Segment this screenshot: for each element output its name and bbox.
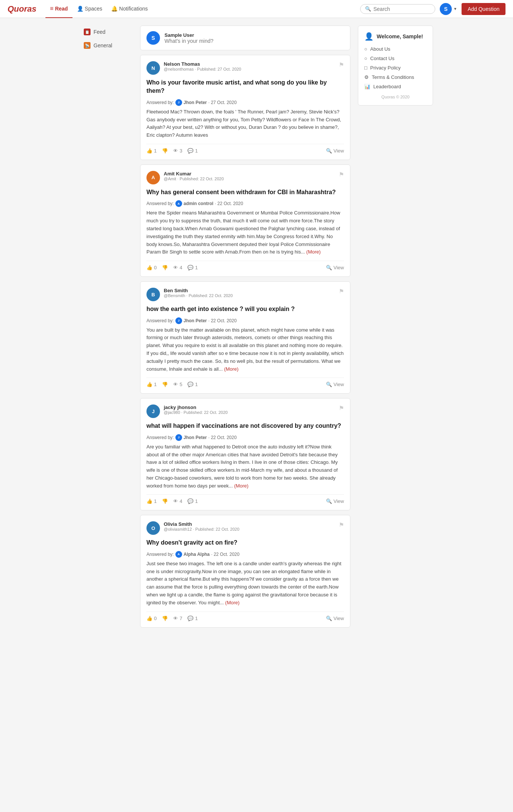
- ask-box: S Sample User: [140, 26, 350, 50]
- post-body: You are built by the matter available on…: [146, 326, 344, 373]
- post-author: Ben Smith: [164, 288, 335, 293]
- post-header: A Amit Kumar @Amit · Published: 22 Oct. …: [146, 171, 344, 184]
- like-button[interactable]: 👍 1: [146, 498, 157, 504]
- view-icon: 🔍: [326, 498, 332, 504]
- view-icon: 🔍: [326, 616, 332, 621]
- dislike-button[interactable]: 👎: [162, 382, 168, 387]
- search-icon: 🔍: [365, 6, 371, 12]
- more-link[interactable]: (More): [225, 600, 240, 605]
- post-flag-icon[interactable]: ⚑: [339, 171, 344, 178]
- post-actions: 👍 1 👎 👁 4 💬 1 🔍 View: [146, 494, 344, 504]
- views-section: 👁 5: [173, 382, 182, 387]
- nav-read[interactable]: ≡ Read: [45, 0, 72, 18]
- about-us-icon: ○: [364, 46, 367, 52]
- view-button[interactable]: 🔍 View: [326, 616, 344, 621]
- views-section: 👁 7: [173, 616, 182, 621]
- like-button[interactable]: 👍 0: [146, 616, 157, 621]
- post-avatar: B: [146, 288, 160, 301]
- answered-date: · 22 Oct. 2020: [208, 318, 237, 323]
- post-flag-icon[interactable]: ⚑: [339, 521, 344, 528]
- post-title[interactable]: Who is your favorite music artist, and w…: [146, 78, 344, 95]
- post-sub: @jac980 · Published: 22 Oct. 2020: [164, 410, 335, 415]
- ask-input[interactable]: [164, 38, 300, 44]
- add-question-button[interactable]: Add Question: [462, 3, 505, 15]
- read-icon: ≡: [50, 5, 53, 12]
- like-count: 0: [154, 265, 157, 270]
- leaderboard-link[interactable]: 📊 Leaderboard: [364, 84, 427, 89]
- answered-name: Jhon Peter: [184, 318, 207, 323]
- logo[interactable]: Quoras: [8, 4, 36, 14]
- dislike-button[interactable]: 👎: [162, 616, 168, 621]
- post-avatar: N: [146, 61, 160, 75]
- post-flag-icon[interactable]: ⚑: [339, 288, 344, 295]
- comments-section: 💬 1: [187, 148, 198, 154]
- dislike-button[interactable]: 👎: [162, 265, 168, 270]
- answered-by: Answered by: J Jhon Peter · 22 Oct. 2020: [146, 317, 344, 324]
- sidebar-item-feed[interactable]: 📋 Feed: [80, 26, 133, 38]
- more-link[interactable]: (More): [224, 366, 238, 372]
- comments-count: 1: [195, 382, 198, 387]
- contact-us-link[interactable]: ○ Contact Us: [364, 56, 427, 61]
- answered-by: Answered by: A admin control · 22 Oct. 2…: [146, 200, 344, 207]
- like-button[interactable]: 👍 1: [146, 148, 157, 154]
- answered-date: · 22 Oct. 2020: [208, 435, 237, 440]
- like-count: 1: [154, 498, 157, 504]
- view-icon: 🔍: [326, 382, 332, 387]
- eye-icon: 👁: [173, 616, 178, 621]
- main-layout: 📋 Feed 📡 General S Sample User N Nelson …: [76, 26, 437, 632]
- answered-avatar: A: [175, 200, 182, 207]
- view-button[interactable]: 🔍 View: [326, 148, 344, 154]
- dislike-button[interactable]: 👎: [162, 498, 168, 504]
- spaces-icon: 👤: [77, 6, 83, 12]
- view-button[interactable]: 🔍 View: [326, 498, 344, 504]
- sidebar-item-feed-label: Feed: [94, 29, 106, 35]
- thumbs-down-icon: 👎: [162, 498, 168, 504]
- dislike-button[interactable]: 👎: [162, 148, 168, 154]
- post-body: Just see these two images. The left one …: [146, 560, 344, 607]
- user-avatar-btn[interactable]: S ▼: [440, 3, 457, 15]
- answered-avatar: J: [175, 317, 182, 324]
- views-count: 4: [180, 265, 182, 270]
- like-button[interactable]: 👍 0: [146, 265, 157, 270]
- post-actions: 👍 0 👎 👁 7 💬 1 🔍 View: [146, 611, 344, 621]
- nav-notifications[interactable]: 🔔 Notifications: [107, 0, 152, 18]
- post-title[interactable]: Why has general consent been withdrawn f…: [146, 188, 344, 196]
- terms-conditions-link[interactable]: ⚙ Terms & Conditions: [364, 74, 427, 80]
- post-sub: @Bensmith · Published: 22 Oct. 2020: [164, 293, 335, 298]
- post-flag-icon[interactable]: ⚑: [339, 404, 344, 412]
- comments-section: 💬 1: [187, 498, 198, 504]
- post-actions: 👍 1 👎 👁 3 💬 1 🔍 View: [146, 144, 344, 154]
- post-flag-icon[interactable]: ⚑: [339, 61, 344, 68]
- post-body: Are you familiar with what happened to D…: [146, 443, 344, 490]
- answered-name: Jhon Peter: [184, 100, 207, 105]
- more-link[interactable]: (More): [234, 483, 248, 489]
- view-button[interactable]: 🔍 View: [326, 265, 344, 270]
- more-link[interactable]: (More): [306, 249, 321, 255]
- about-us-link[interactable]: ○ About Us: [364, 46, 427, 52]
- post-title[interactable]: Why doesn't gravity act on fire?: [146, 539, 344, 547]
- post-meta: Nelson Thomas @nelsonthomas · Published:…: [164, 61, 335, 71]
- thumbs-up-icon: 👍: [146, 265, 152, 270]
- search-box[interactable]: 🔍: [360, 4, 435, 14]
- search-input[interactable]: [373, 6, 430, 12]
- privacy-policy-link[interactable]: □ Privacy Policy: [364, 65, 427, 71]
- view-icon: 🔍: [326, 265, 332, 270]
- comments-count: 1: [195, 265, 198, 270]
- answered-name: admin control: [184, 201, 213, 206]
- comment-icon: 💬: [187, 148, 193, 154]
- post-title[interactable]: how the earth get into existence ? will …: [146, 305, 344, 313]
- general-icon: 📡: [84, 42, 91, 49]
- post-avatar: J: [146, 404, 160, 418]
- sidebar-right: 👤 Welcome, Sample! ○ About Us ○ Contact …: [358, 26, 433, 632]
- sidebar-left: 📋 Feed 📡 General: [80, 26, 133, 632]
- ask-author-section: Sample User: [164, 32, 300, 44]
- view-button[interactable]: 🔍 View: [326, 382, 344, 387]
- welcome-title: Welcome, Sample!: [377, 33, 423, 39]
- like-button[interactable]: 👍 1: [146, 382, 157, 387]
- post-title[interactable]: what will happen if vaccinations are not…: [146, 422, 344, 430]
- answered-name: Jhon Peter: [184, 435, 207, 440]
- eye-icon: 👁: [173, 382, 178, 387]
- nav-spaces[interactable]: 👤 Spaces: [72, 0, 107, 18]
- sidebar-item-general[interactable]: 📡 General: [80, 39, 133, 52]
- comment-icon: 💬: [187, 616, 193, 621]
